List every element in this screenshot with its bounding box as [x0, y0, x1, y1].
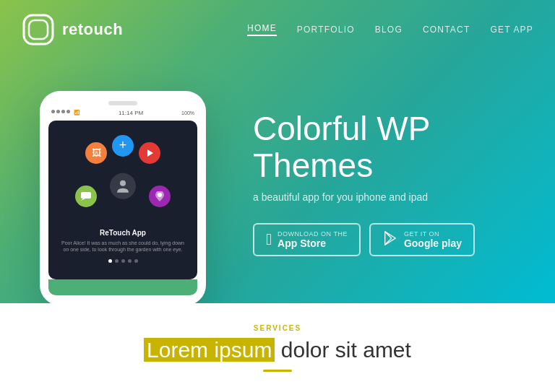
phone-battery: 100%	[181, 110, 194, 116]
app-icons-ring: 🖼 +	[72, 135, 173, 222]
svg-point-2	[120, 180, 126, 186]
phone-app-desc: Poor Alice! It was as much as she could …	[59, 240, 186, 254]
nav-home[interactable]: HOME	[247, 23, 277, 36]
svg-rect-1	[29, 20, 48, 39]
bottom-section: SERVICES Lorem ipsum dolor sit amet	[0, 303, 555, 392]
appstore-text: Download on the App Store	[278, 230, 348, 249]
navigation: retouch HOME PORTFOLIO BLOG CONTACT GET …	[0, 0, 555, 46]
hero-content: 📶 11:14 PM 100%	[0, 46, 555, 292]
phone-speaker	[108, 101, 137, 105]
app-icon-location	[149, 186, 171, 207]
phone-app-title: ReTouch App	[100, 229, 146, 237]
phone-signal: 📶	[51, 110, 80, 116]
nav-blog[interactable]: BLOG	[375, 25, 403, 35]
hero-title: Colorful WP Themes	[253, 110, 519, 183]
app-icon-chat	[75, 186, 97, 207]
phone-mockup: 📶 11:14 PM 100%	[22, 91, 224, 304]
nav-get-app[interactable]: GET APP	[490, 25, 533, 35]
logo[interactable]: retouch	[22, 13, 123, 46]
nav-contact[interactable]: CONTACT	[423, 25, 470, 35]
indicator-5	[134, 259, 138, 263]
phone-status-bar: 📶 11:14 PM 100%	[48, 108, 197, 118]
app-icon-plus: +	[112, 135, 134, 157]
wifi-icon: 📶	[74, 110, 80, 116]
hero-section: retouch HOME PORTFOLIO BLOG CONTACT GET …	[0, 0, 555, 303]
googleplay-text: Get it on Google play	[404, 230, 462, 249]
logo-touch: touch	[78, 20, 123, 38]
phone-cta-bar	[48, 279, 197, 295]
svg-marker-6	[81, 199, 85, 201]
logo-text: retouch	[62, 20, 123, 39]
phone-device: 📶 11:14 PM 100%	[40, 91, 206, 304]
services-title: Lorem ipsum dolor sit amet	[144, 338, 411, 362]
appstore-button[interactable]:  Download on the App Store	[253, 223, 361, 256]
googleplay-small-label: Get it on	[404, 230, 462, 238]
phone-time: 11:14 PM	[119, 110, 143, 116]
phone-page-indicators	[108, 259, 138, 263]
googleplay-button[interactable]: Get it on Google play	[369, 223, 475, 256]
nav-portfolio[interactable]: PORTFOLIO	[297, 25, 355, 35]
svg-rect-5	[81, 192, 91, 199]
android-icon	[382, 230, 398, 249]
svg-marker-3	[147, 149, 153, 157]
googleplay-big-label: Google play	[404, 238, 462, 249]
logo-re: re	[62, 20, 78, 38]
hero-subtitle: a beautiful app for you iphone and ipad	[253, 191, 519, 203]
phone-top	[48, 101, 197, 105]
app-icon-play	[139, 142, 160, 164]
services-underline	[263, 370, 292, 372]
services-title-rest: dolor sit amet	[275, 338, 410, 362]
logo-icon	[22, 13, 55, 46]
services-title-highlight: Lorem ipsum	[144, 338, 275, 362]
appstore-small-label: Download on the	[278, 230, 348, 238]
indicator-3	[121, 259, 125, 263]
hero-text: Colorful WP Themes a beautiful app for y…	[224, 96, 519, 256]
store-buttons:  Download on the App Store	[253, 223, 519, 256]
nav-links: HOME PORTFOLIO BLOG CONTACT GET APP	[247, 23, 533, 36]
indicator-4	[128, 259, 132, 263]
indicator-1	[108, 259, 112, 263]
indicator-2	[115, 259, 119, 263]
appstore-big-label: App Store	[278, 238, 348, 249]
apple-icon: 	[266, 232, 272, 248]
phone-screen: 🖼 +	[48, 121, 197, 279]
services-label: SERVICES	[254, 324, 301, 332]
app-icon-image: 🖼	[85, 142, 107, 164]
avatar	[110, 173, 136, 199]
person-icon	[115, 178, 131, 193]
user-avatar-area	[110, 173, 136, 199]
